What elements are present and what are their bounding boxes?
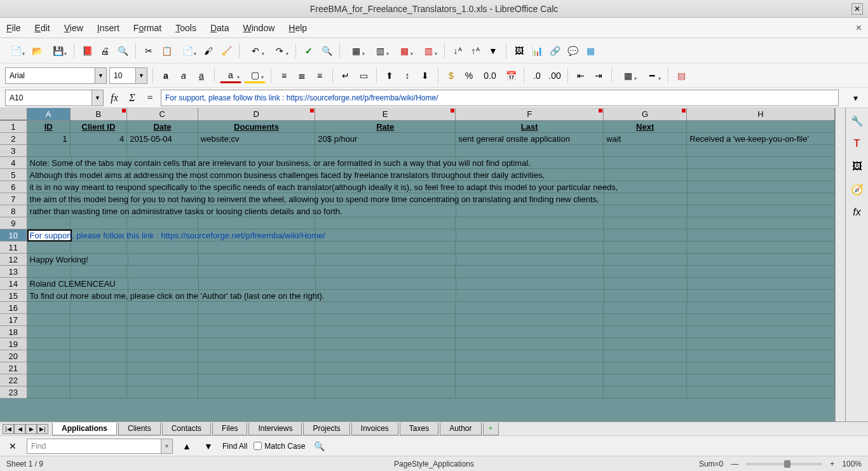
menu-view[interactable]: View [64,23,83,33]
border-icon[interactable]: ▦ [617,68,639,83]
row-header[interactable]: 5 [0,169,27,181]
cell[interactable] [127,386,198,399]
cell[interactable] [316,229,456,242]
sort-desc-icon[interactable]: ↑ᴬ [468,43,483,58]
tab-contacts[interactable]: Contacts [162,423,211,435]
cell[interactable] [604,386,687,399]
cell[interactable] [316,290,456,302]
image-icon[interactable]: 🖼 [512,43,527,58]
cell[interactable] [456,278,604,290]
cell[interactable] [315,217,456,229]
row-header[interactable]: 4 [0,157,27,169]
cell[interactable] [456,145,604,157]
row-header[interactable]: 6 [0,181,27,193]
row-header[interactable]: 10 [0,229,27,242]
cell[interactable] [687,242,835,254]
wrap-icon[interactable]: ↵ [338,68,353,83]
cell[interactable] [688,169,835,181]
cell[interactable] [456,362,604,374]
print-icon[interactable]: 🖨 [97,43,112,58]
bold-icon[interactable]: a [158,68,173,83]
cell[interactable]: To find out more about me, please click … [27,290,72,302]
find-next-icon[interactable]: ▼ [201,439,216,454]
tab-applications[interactable]: Applications [52,423,117,435]
cell[interactable] [687,386,835,399]
tab-first-icon[interactable]: |◀ [3,424,14,434]
cell[interactable] [27,242,71,254]
tab-interviews[interactable]: Interviews [248,423,302,435]
brush-icon[interactable]: 🖌 [201,43,216,58]
col-header-D[interactable]: D [198,108,315,120]
cell[interactable] [687,314,835,326]
cut-icon[interactable]: ✂ [141,43,156,58]
clear-icon[interactable]: 🧹 [219,43,234,58]
cell[interactable] [199,278,316,290]
chart-icon[interactable]: 📊 [529,43,545,58]
cell[interactable] [71,386,127,399]
table-col-icon[interactable]: ▥ [417,43,439,58]
menu-data[interactable]: Data [210,23,229,33]
cell[interactable] [688,278,835,290]
menu-format[interactable]: Format [133,23,161,33]
cell[interactable] [127,217,198,229]
cell[interactable] [316,278,456,290]
cell[interactable] [27,350,71,362]
cell[interactable]: Next [604,121,687,133]
cell[interactable] [198,217,315,229]
date-icon[interactable]: 📅 [503,68,519,83]
cell[interactable] [71,362,127,374]
row-header[interactable]: 8 [0,205,27,217]
cell[interactable] [604,266,687,278]
cell[interactable]: Date [127,121,198,133]
row-header[interactable]: 14 [0,278,27,290]
new-button[interactable]: 📄 [5,43,27,58]
cell[interactable]: the aim of this model being for you to n… [27,193,72,205]
col-icon[interactable]: ▥ [369,43,391,58]
cell[interactable] [688,193,835,205]
col-header-H[interactable]: H [687,108,835,120]
menu-window[interactable]: Window [243,23,275,33]
cell[interactable] [456,338,604,350]
cell[interactable] [687,302,835,314]
indent-dec-icon[interactable]: ⇤ [573,68,588,83]
undo-icon[interactable]: ↶ [245,43,266,58]
menu-insert[interactable]: Insert [97,23,119,33]
row-header[interactable]: 15 [0,290,27,302]
cell[interactable] [198,350,315,362]
filter-icon[interactable]: ▼ [485,43,501,58]
cell[interactable] [27,302,71,314]
cell[interactable] [687,326,835,338]
cell[interactable] [456,386,604,399]
valign-top-icon[interactable]: ⬆ [382,68,397,83]
cell[interactable] [127,314,198,326]
select-all-corner[interactable] [0,108,27,120]
cell[interactable]: For support, please follow this link : h… [27,229,72,242]
cell[interactable]: Although this model aims at addressing t… [27,169,72,181]
cell[interactable]: Last [456,121,604,133]
cell[interactable] [688,254,835,266]
col-header-C[interactable]: C [127,108,198,120]
cell[interactable] [687,145,835,157]
cell[interactable] [315,302,456,314]
table-row-icon[interactable]: ▦ [393,43,415,58]
cell[interactable] [71,266,127,278]
cell[interactable] [687,266,835,278]
find-input[interactable]: Find▼ [27,439,173,454]
row-header[interactable]: 1 [0,121,27,133]
cell[interactable]: it is in no way meant to respond specifi… [27,181,72,193]
zoom-slider[interactable] [746,463,822,465]
cell[interactable] [456,326,604,338]
cell[interactable] [198,386,315,399]
cell[interactable] [198,302,315,314]
spreadsheet-grid[interactable]: ABCDEFGH 1IDClient IDDateDocumentsRateLa… [0,108,835,421]
italic-icon[interactable]: a [176,68,191,83]
tab-files[interactable]: Files [212,423,247,435]
col-header-B[interactable]: B [71,108,127,120]
underline-icon[interactable]: a [194,68,209,83]
cell[interactable] [128,278,200,290]
cell[interactable] [71,314,127,326]
border-style-icon[interactable]: ━ [641,68,663,83]
indent-inc-icon[interactable]: ⇥ [591,68,606,83]
cell[interactable] [198,326,315,338]
cell[interactable] [456,302,604,314]
